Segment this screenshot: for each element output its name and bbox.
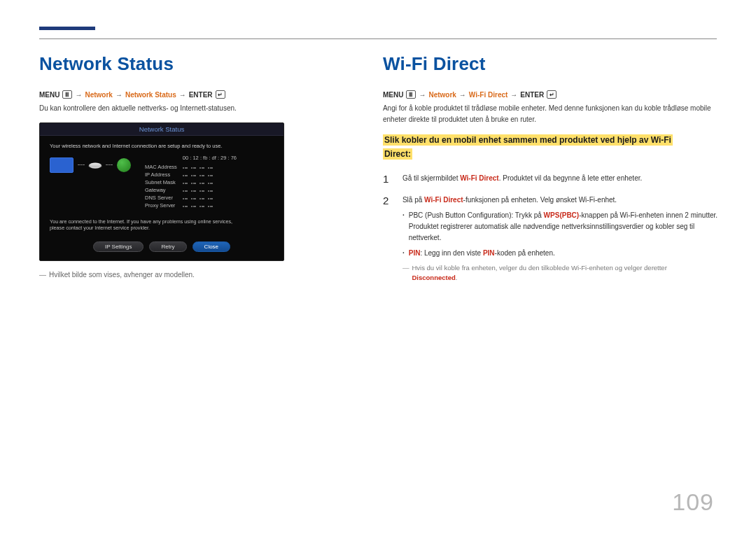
bullet-pbc: PBC (Push Button Configuration): Trykk p…: [402, 210, 729, 244]
arrow-icon: →: [115, 91, 122, 99]
left-caption: ― Hvilket bilde som vises, avhenger av m…: [39, 271, 358, 279]
bc-network-status: Network Status: [125, 91, 176, 99]
globe-icon: [117, 158, 131, 172]
arrow-icon: →: [179, 91, 186, 99]
menu-icon: Ⅲ: [406, 90, 416, 99]
right-column: Wi-Fi Direct MENU Ⅲ → Network → Wi-Fi Di…: [383, 53, 729, 293]
retry-button[interactable]: Retry: [149, 241, 186, 252]
step-number: 2: [383, 195, 394, 283]
page-number: 109: [672, 489, 714, 516]
step-2: 2 Slå på Wi-Fi Direct-funksjonen på enhe…: [383, 195, 729, 283]
disconnect-note: ― Hvis du vil koble fra enheten, velger …: [402, 263, 729, 283]
arrow-icon: →: [75, 91, 82, 99]
bc-wifi-direct: Wi-Fi Direct: [469, 91, 507, 99]
enter-icon: ↵: [216, 90, 225, 99]
ip-settings-button[interactable]: IP Settings: [93, 241, 144, 252]
bc-enter: ENTER: [189, 91, 213, 99]
arrow-icon: →: [510, 91, 517, 99]
left-column: Network Status MENU Ⅲ → Network → Networ…: [39, 53, 358, 293]
right-description: Angi for å koble produktet til trådløse …: [383, 103, 729, 125]
breadcrumb-right: MENU Ⅲ → Network → Wi-Fi Direct → ENTER …: [383, 90, 729, 99]
bc-network: Network: [85, 91, 112, 99]
dash-icon: ―: [402, 263, 410, 283]
bc-menu: MENU: [383, 91, 403, 99]
breadcrumb-left: MENU Ⅲ → Network → Network Status → ENTE…: [39, 90, 358, 99]
menu-icon: Ⅲ: [62, 90, 72, 99]
wifi-direct-heading: Wi-Fi Direct: [383, 53, 729, 75]
arrow-icon: →: [459, 91, 466, 99]
step-1: 1 Gå til skjermbildet Wi-Fi Direct. Prod…: [383, 173, 729, 185]
arrow-icon: →: [419, 91, 426, 99]
network-values: 00 : 12 : fb : df : 29 : 76 MAC Address …: [144, 153, 242, 210]
highlight-heading-wrap: Slik kobler du en mobil enhet sammen med…: [383, 133, 677, 162]
left-description: Du kan kontrollere den aktuelle nettverk…: [39, 103, 358, 114]
step-number: 1: [383, 173, 394, 185]
connection-diagram: [50, 153, 131, 173]
panel-ready-text: Your wireless network and Internet conne…: [50, 143, 274, 149]
bc-menu: MENU: [39, 91, 59, 99]
network-status-panel: Network Status Your wireless network and…: [39, 122, 284, 261]
bc-enter: ENTER: [520, 91, 544, 99]
dash-icon: ―: [39, 271, 46, 279]
network-status-heading: Network Status: [39, 53, 358, 75]
panel-title: Network Status: [40, 123, 284, 136]
bc-network: Network: [428, 91, 456, 99]
bullet-pin: PIN: Legg inn den viste PIN-koden på enh…: [402, 248, 729, 259]
enter-icon: ↵: [547, 90, 556, 99]
router-icon: [88, 162, 102, 168]
highlight-heading: Slik kobler du en mobil enhet sammen med…: [383, 134, 673, 160]
monitor-icon: [50, 157, 74, 173]
panel-info-text: You are connected to the Internet. If yo…: [50, 218, 274, 232]
close-button[interactable]: Close: [192, 241, 230, 252]
